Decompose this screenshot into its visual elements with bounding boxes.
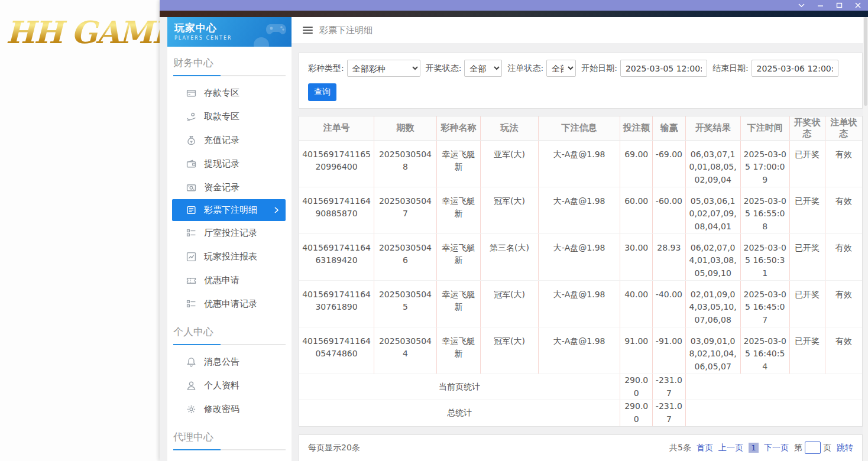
table-cell: 2025-03-05 16:50:31 bbox=[740, 233, 789, 280]
table-cell: 已开奖 bbox=[789, 140, 825, 187]
close-button[interactable] bbox=[853, 1, 863, 9]
table-cell: 401569174116463189420 bbox=[299, 233, 374, 280]
chevron-right-icon bbox=[274, 205, 278, 216]
summary-empty bbox=[685, 374, 862, 400]
jump-prefix-text: 第 bbox=[794, 443, 802, 453]
summary-label: 当前页统计 bbox=[299, 374, 620, 400]
table-cell: 幸运飞艇新 bbox=[436, 280, 480, 327]
table-cell: 401569174116405474860 bbox=[299, 327, 374, 374]
records-icon bbox=[186, 299, 196, 309]
next-page-link[interactable]: 下一页 bbox=[764, 443, 789, 453]
start-date-label: 开始日期: bbox=[581, 63, 617, 74]
sidebar-item-funds[interactable]: 资金记录 bbox=[172, 176, 286, 199]
sidebar-item-label: 取款专区 bbox=[204, 111, 239, 122]
sidebar-item-label: 资金记录 bbox=[204, 182, 239, 193]
sidebar-item-label: 优惠申请记录 bbox=[204, 298, 257, 310]
sidebar-item-moneybag[interactable]: 充值记录 bbox=[172, 128, 286, 152]
screen: HH GAME 玩家中心 PLAYERS CENTER bbox=[0, 0, 868, 461]
jump-page-input[interactable] bbox=[805, 441, 821, 454]
vertical-scrollbar[interactable] bbox=[863, 17, 868, 461]
scrollbar-thumb[interactable] bbox=[864, 17, 867, 106]
sidebar-item-records[interactable]: 优惠申请记录 bbox=[172, 292, 286, 316]
sidebar: 玩家中心 PLAYERS CENTER 财务中心存款专区取款专区充值记录提现记录… bbox=[167, 17, 292, 461]
table-cell: 幸运飞艇新 bbox=[436, 187, 480, 233]
sidebar-item-label: 修改密码 bbox=[204, 404, 239, 415]
sidebar-item-label: 优惠申请 bbox=[204, 275, 239, 286]
current-page-badge[interactable]: 1 bbox=[749, 443, 759, 453]
sidebar-item-report[interactable]: 玩家投注报表 bbox=[172, 245, 286, 268]
summary-winloss-total: -231.07 bbox=[653, 400, 685, 426]
sidebar-section: 代理中心代理规则说明 bbox=[167, 421, 292, 461]
sidebar-item-coupon[interactable]: 优惠申请 bbox=[172, 268, 286, 292]
bet-status-select[interactable]: 全部 bbox=[546, 60, 576, 77]
section-divider bbox=[173, 449, 286, 450]
table-cell: 有效 bbox=[825, 187, 862, 233]
menu-toggle-icon[interactable] bbox=[303, 27, 313, 34]
gamepad-icon bbox=[265, 22, 287, 38]
maximize-button[interactable] bbox=[834, 1, 844, 9]
bets-table: 注单号期数彩种名称玩法下注信息投注额输赢开奖结果下注时间开奖状态注单状态 401… bbox=[299, 116, 862, 426]
table-cell: 2025-03-05 16:40:54 bbox=[740, 327, 789, 374]
jump-button[interactable]: 跳转 bbox=[837, 443, 853, 453]
table-cell: 30.00 bbox=[620, 233, 653, 280]
table-cell: 大-A盘@1.98 bbox=[539, 280, 620, 327]
table-cell: 03,09,01,08,02,10,04,06,05,07 bbox=[685, 327, 740, 374]
table-row: 40156917411646318942020250305046幸运飞艇新第三名… bbox=[299, 233, 862, 280]
table-cell: 2025-03-05 16:45:07 bbox=[740, 280, 789, 327]
table-cell: 有效 bbox=[825, 140, 862, 187]
table-cell: -91.00 bbox=[653, 327, 685, 374]
table-cell: 28.93 bbox=[653, 233, 685, 280]
query-button[interactable]: 查询 bbox=[308, 83, 336, 101]
sidebar-item-label: 个人资料 bbox=[204, 380, 239, 391]
sidebar-item-bell[interactable]: 消息公告 bbox=[172, 350, 286, 374]
sidebar-item-person[interactable]: 个人资料 bbox=[172, 374, 286, 397]
column-header: 玩法 bbox=[481, 116, 539, 140]
wallet-icon bbox=[186, 159, 196, 169]
table-cell: 401569174116430761890 bbox=[299, 280, 374, 327]
section-divider bbox=[173, 75, 286, 76]
sidebar-item-records[interactable]: 厅室投注记录 bbox=[172, 221, 286, 245]
table-cell: 401569174116520996400 bbox=[299, 140, 374, 187]
column-header: 彩种名称 bbox=[436, 116, 480, 140]
sidebar-item-bet-list[interactable]: 彩票下注明细 bbox=[172, 199, 286, 221]
minimize-button[interactable] bbox=[815, 1, 825, 9]
table-row: 40156917411643076189020250305045幸运飞艇新冠军(… bbox=[299, 280, 862, 327]
summary-label: 总统计 bbox=[299, 400, 620, 426]
table-cell: 06,02,07,04,01,03,08,05,09,10 bbox=[685, 233, 740, 280]
draw-status-select[interactable]: 全部 bbox=[464, 60, 502, 77]
table-cell: 06,03,07,10,01,08,05,02,09,04 bbox=[685, 140, 740, 187]
sidebar-item-doc[interactable]: 代理规则说明 bbox=[172, 455, 286, 461]
start-date-input[interactable] bbox=[620, 60, 707, 77]
table-cell: -69.00 bbox=[653, 140, 685, 187]
chevron-down-icon[interactable] bbox=[796, 1, 807, 9]
table-cell: 69.00 bbox=[620, 140, 653, 187]
table-cell: 大-A盘@1.98 bbox=[539, 327, 620, 374]
table-cell: 亚军(大) bbox=[481, 140, 539, 187]
column-header: 开奖结果 bbox=[685, 116, 740, 140]
sidebar-item-withdraw-hand[interactable]: 取款专区 bbox=[172, 105, 286, 128]
window-titlebar bbox=[160, 0, 868, 11]
summary-winloss-total: -231.07 bbox=[653, 374, 685, 400]
sidebar-item-wallet[interactable]: 提现记录 bbox=[172, 152, 286, 176]
table-cell: -60.00 bbox=[653, 187, 685, 233]
first-page-link[interactable]: 首页 bbox=[697, 443, 713, 453]
table-cell: 20250305046 bbox=[374, 233, 437, 280]
banner-strip bbox=[160, 11, 868, 17]
lottery-type-select[interactable]: 全部彩种 bbox=[347, 60, 420, 77]
sidebar-item-gear[interactable]: 修改密码 bbox=[172, 397, 286, 421]
section-divider bbox=[173, 344, 286, 345]
prev-page-link[interactable]: 上一页 bbox=[718, 443, 743, 453]
jump-suffix-text: 页 bbox=[823, 443, 831, 453]
sidebar-item-label: 消息公告 bbox=[204, 356, 239, 368]
bet-list-icon bbox=[186, 205, 196, 215]
content-topbar: 彩票下注明细 bbox=[292, 17, 868, 43]
players-center-window: 玩家中心 PLAYERS CENTER 财务中心存款专区取款专区充值记录提现记录… bbox=[160, 0, 868, 461]
end-date-input[interactable] bbox=[752, 60, 838, 77]
table-cell: 有效 bbox=[825, 233, 862, 280]
page-title: 彩票下注明细 bbox=[319, 25, 373, 36]
column-header: 输赢 bbox=[653, 116, 685, 140]
summary-row: 当前页统计290.00-231.07 bbox=[299, 374, 862, 400]
table-row: 40156917411649088587020250305047幸运飞艇新冠军(… bbox=[299, 187, 862, 233]
column-header: 注单号 bbox=[299, 116, 374, 140]
sidebar-item-deposit-card[interactable]: 存款专区 bbox=[172, 81, 286, 105]
